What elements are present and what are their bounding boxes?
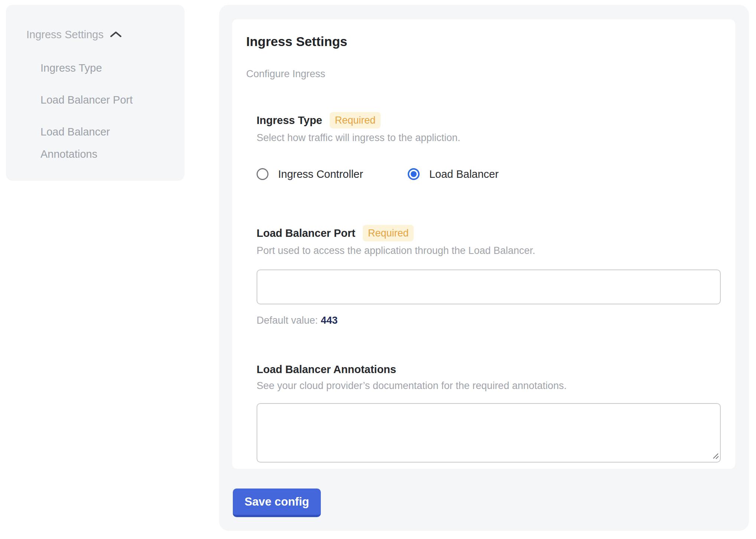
- sidebar-item-load-balancer-port[interactable]: Load Balancer Port: [40, 89, 152, 111]
- required-badge: Required: [363, 225, 414, 241]
- radio-unselected-icon[interactable]: [257, 168, 268, 180]
- ingress-type-description: Select how traffic will ingress to the a…: [257, 131, 721, 144]
- radio-label-load-balancer: Load Balancer: [429, 167, 499, 181]
- ingress-type-radio-group: Ingress Controller Load Balancer: [257, 167, 721, 181]
- field-load-balancer-port: Load Balancer Port Required Port used to…: [257, 225, 721, 327]
- radio-label-ingress-controller: Ingress Controller: [278, 167, 363, 181]
- field-load-balancer-annotations: Load Balancer Annotations See your cloud…: [257, 362, 721, 463]
- radio-option-ingress-controller[interactable]: Ingress Controller: [257, 167, 363, 181]
- radio-selected-icon[interactable]: [408, 168, 420, 180]
- chevron-up-icon[interactable]: [110, 30, 122, 39]
- default-value-label: Default value:: [257, 315, 318, 326]
- load-balancer-port-description: Port used to access the application thro…: [257, 244, 721, 257]
- ingress-type-label: Ingress Type: [257, 113, 322, 127]
- page-title: Ingress Settings: [246, 33, 721, 50]
- page-subtitle: Configure Ingress: [246, 68, 721, 80]
- load-balancer-port-input[interactable]: [257, 270, 721, 304]
- load-balancer-annotations-textarea[interactable]: [257, 403, 721, 463]
- radio-option-load-balancer[interactable]: Load Balancer: [408, 167, 499, 181]
- sidebar-section-toggle[interactable]: Ingress Settings: [26, 26, 173, 43]
- settings-sidebar: Ingress Settings Ingress Type Load Balan…: [6, 5, 185, 181]
- default-value-line: Default value:443: [257, 314, 721, 327]
- sidebar-item-list: Ingress Type Load Balancer Port Load Bal…: [26, 57, 173, 165]
- sidebar-item-ingress-type[interactable]: Ingress Type: [40, 57, 152, 79]
- load-balancer-port-label: Load Balancer Port: [257, 226, 355, 240]
- field-ingress-type: Ingress Type Required Select how traffic…: [257, 112, 721, 181]
- default-value: 443: [321, 315, 338, 326]
- sidebar-section-title: Ingress Settings: [26, 26, 104, 43]
- required-badge: Required: [330, 112, 381, 128]
- sidebar-item-load-balancer-annotations[interactable]: Load Balancer Annotations: [40, 121, 152, 165]
- ingress-settings-card: Ingress Settings Configure Ingress Ingre…: [232, 19, 735, 469]
- load-balancer-annotations-description: See your cloud provider’s documentation …: [257, 379, 721, 392]
- save-config-button[interactable]: Save config: [233, 489, 321, 517]
- load-balancer-annotations-label: Load Balancer Annotations: [257, 362, 396, 376]
- content-panel: Ingress Settings Configure Ingress Ingre…: [219, 5, 749, 531]
